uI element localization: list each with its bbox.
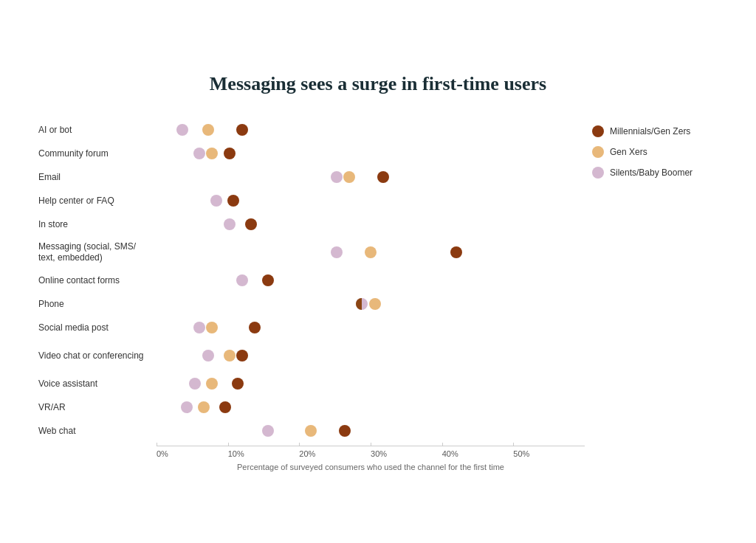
row-dots xyxy=(157,372,585,395)
data-dot-millennials xyxy=(450,246,462,258)
data-dot-silents xyxy=(331,246,343,258)
row-dots xyxy=(157,212,585,236)
x-tick: 20% xyxy=(299,446,371,458)
row-label: Messaging (social, SMS/ text, embedded) xyxy=(38,241,157,264)
legend-dot xyxy=(592,167,604,179)
chart-row: Voice assistant xyxy=(38,372,585,395)
data-dot-silents xyxy=(181,401,193,413)
row-label: Voice assistant xyxy=(38,378,157,390)
data-dot-millennials xyxy=(249,322,261,333)
row-label: Social media post xyxy=(38,322,157,334)
row-dots xyxy=(157,236,585,269)
row-label: Community forum xyxy=(38,148,157,160)
data-dot-silents xyxy=(189,378,201,390)
row-dots xyxy=(157,395,585,419)
chart-row: Email xyxy=(38,165,585,189)
data-dot-silents xyxy=(224,218,236,230)
row-dots xyxy=(157,142,585,165)
dot-chart: AI or botCommunity forumEmailHelp center… xyxy=(38,118,585,443)
legend-dot xyxy=(592,125,604,137)
data-dot-millennials xyxy=(227,195,239,207)
data-dot-silents xyxy=(202,350,214,362)
data-dot-genx xyxy=(206,322,218,333)
data-dot-millennials xyxy=(224,148,236,159)
x-tick: 10% xyxy=(228,446,300,458)
data-dot-genx xyxy=(305,425,317,437)
data-dot-silents xyxy=(262,425,274,437)
legend-dot xyxy=(592,146,604,158)
row-label: In store xyxy=(38,219,157,231)
data-dot-genx xyxy=(202,124,214,136)
row-dots xyxy=(157,316,585,339)
data-dot-millennials xyxy=(262,274,274,286)
data-dot-millennials-half xyxy=(356,298,368,310)
data-dot-millennials xyxy=(232,378,244,390)
row-dots xyxy=(157,292,585,316)
chart-row: Phone xyxy=(38,292,585,316)
chart-row: Help center or FAQ xyxy=(38,189,585,212)
chart-row: In store xyxy=(38,212,585,236)
chart-row: Online contact forms xyxy=(38,269,585,292)
data-dot-genx xyxy=(206,148,218,159)
data-dot-silents xyxy=(210,195,222,207)
legend-item-millennials: Millennials/Gen Zers xyxy=(592,125,718,137)
row-dots xyxy=(157,269,585,292)
legend-label: Millennials/Gen Zers xyxy=(610,126,690,136)
x-tick: 0% xyxy=(157,446,228,458)
row-label: Email xyxy=(38,172,157,184)
chart-row: Community forum xyxy=(38,142,585,165)
data-dot-millennials xyxy=(377,171,389,183)
row-dots xyxy=(157,339,585,372)
data-dot-silents xyxy=(236,274,248,286)
chart-row: VR/AR xyxy=(38,395,585,419)
data-dot-silents xyxy=(193,322,205,333)
x-tick: 30% xyxy=(371,446,442,458)
x-axis-label: Percentage of surveyed consumers who use… xyxy=(157,463,585,471)
data-dot-genx xyxy=(365,246,377,258)
legend-item-silents: Silents/Baby Boomer xyxy=(592,167,718,179)
data-dot-millennials xyxy=(236,124,248,136)
data-dot-millennials xyxy=(236,350,248,362)
x-axis: 0%10%20%30%40%50% xyxy=(157,446,585,458)
chart-row: Messaging (social, SMS/ text, embedded) xyxy=(38,236,585,269)
row-label: VR/AR xyxy=(38,402,157,414)
row-label: Help center or FAQ xyxy=(38,196,157,207)
row-label: Video chat or conferencing xyxy=(38,350,157,362)
legend-label: Gen Xers xyxy=(610,147,647,157)
row-label: Online contact forms xyxy=(38,275,157,287)
chart-body: AI or botCommunity forumEmailHelp center… xyxy=(38,118,718,471)
data-dot-silents xyxy=(193,148,205,159)
chart-title: Messaging sees a surge in first-time use… xyxy=(38,72,718,97)
row-dots xyxy=(157,419,585,443)
legend-label: Silents/Baby Boomer xyxy=(610,167,693,178)
data-dot-genx xyxy=(343,171,355,183)
data-dot-millennials xyxy=(219,401,231,413)
chart-container: Messaging sees a surge in first-time use… xyxy=(16,57,740,487)
chart-row: AI or bot xyxy=(38,118,585,142)
data-dot-silents xyxy=(331,171,343,183)
legend-item-genx: Gen Xers xyxy=(592,146,718,158)
chart-area: AI or botCommunity forumEmailHelp center… xyxy=(38,118,585,471)
row-label: Phone xyxy=(38,299,157,311)
data-dot-silents xyxy=(176,124,188,136)
row-dots xyxy=(157,189,585,212)
data-dot-millennials xyxy=(245,218,257,230)
row-dots xyxy=(157,118,585,142)
chart-row: Web chat xyxy=(38,419,585,443)
data-dot-genx xyxy=(224,350,236,362)
data-dot-genx xyxy=(206,378,218,390)
x-tick: 50% xyxy=(513,446,585,458)
chart-row: Video chat or conferencing xyxy=(38,339,585,372)
data-dot-genx xyxy=(198,401,210,413)
legend-area: Millennials/Gen Zers Gen Xers Silents/Ba… xyxy=(585,118,718,187)
x-tick: 40% xyxy=(442,446,514,458)
row-dots xyxy=(157,165,585,189)
chart-row: Social media post xyxy=(38,316,585,339)
row-label: AI or bot xyxy=(38,125,157,136)
data-dot-genx xyxy=(369,298,381,310)
row-label: Web chat xyxy=(38,426,157,437)
data-dot-millennials xyxy=(339,425,351,437)
